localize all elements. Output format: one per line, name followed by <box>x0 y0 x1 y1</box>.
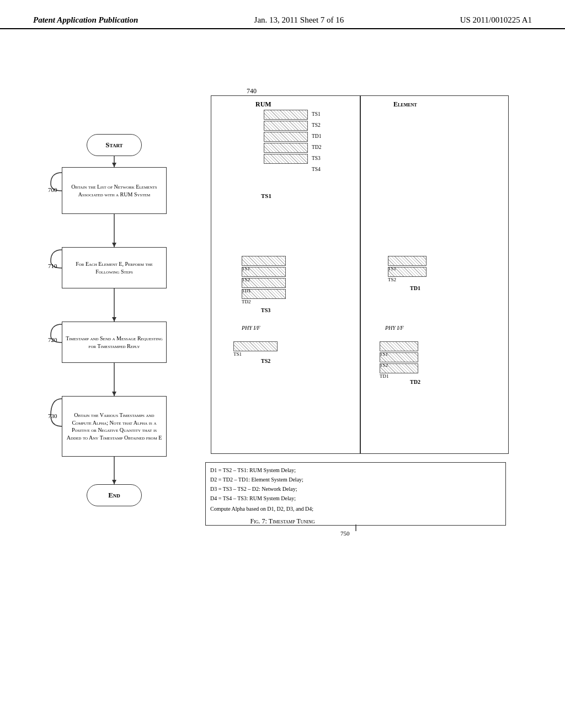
step-720-text: Timestamp and Send a Message Requesting … <box>65 335 163 350</box>
start-oval: Start <box>87 134 142 156</box>
ts2-top-label: TS2 <box>312 122 321 128</box>
eq-d2: D2 = TD2 – TD1: Element System Delay; <box>210 475 501 484</box>
page-header: Patent Application Publication Jan. 13, … <box>0 0 565 29</box>
label-750: 750 <box>340 530 350 537</box>
eq-d4: D4 = TS4 – TS3: RUM System Delay; <box>210 494 501 502</box>
caption-text: Fig. 7: Timestamp Tuning <box>250 517 315 525</box>
equations-box: D1 = TS2 – TS1: RUM System Delay; D2 = T… <box>205 462 506 526</box>
ts2-rum-final-label: TS2 <box>261 358 270 364</box>
step-700-box: Obtain the List of Network Elements Asso… <box>62 167 167 214</box>
ts2-bot-rum-label: TS1 <box>233 351 242 357</box>
hatch-ts2-top <box>264 121 308 131</box>
hatch-ts2-elem <box>388 267 427 277</box>
hatch-td2-mid <box>242 289 286 299</box>
label-710: 710 <box>48 263 57 269</box>
hatch-ts3-top <box>264 154 308 164</box>
step-730-box: Obtain the Various Timestamps and Comput… <box>62 396 167 457</box>
rum-header: RUM <box>255 100 271 109</box>
patent-number-label: US 2011/0010225 A1 <box>460 15 532 25</box>
label-700: 700 <box>48 186 57 193</box>
ts1-top-label: TS1 <box>312 111 321 117</box>
phy-elem-label: PHY I/F <box>385 325 404 331</box>
hatch-td1-elem-bot <box>380 363 418 373</box>
step-710-box: For Each Element E, Perform the Followin… <box>62 247 167 288</box>
phy-rum-label: PHY I/F <box>242 325 260 331</box>
svg-marker-7 <box>112 392 116 396</box>
td2-mid-stack-label: TD2 <box>242 299 251 304</box>
eq-d3: D3 = TS3 – TS2 – D2: Network Delay; <box>210 485 501 493</box>
ts4-label: TS4 <box>312 167 321 172</box>
eq-d1: D1 = TS2 – TS1: RUM System Delay; <box>210 466 501 474</box>
label-730: 730 <box>48 413 57 419</box>
td2-top-label: TD2 <box>312 144 321 150</box>
hatch-td2-top <box>264 143 308 153</box>
label-720: 720 <box>48 336 57 343</box>
step-700-text: Obtain the List of Network Elements Asso… <box>65 183 163 198</box>
element-header: Element <box>393 100 417 109</box>
label-740: 740 <box>247 87 257 95</box>
hatch-ts1-elem-bot <box>380 341 418 351</box>
hatch-ts2-mid <box>242 267 286 277</box>
hatch-ts1-mid <box>242 256 286 266</box>
end-label: End <box>108 491 120 500</box>
hatch-td1-top <box>264 132 308 142</box>
td1-elem-bot-stack-label: TD1 <box>380 373 389 379</box>
step-720-box: Timestamp and Send a Message Requesting … <box>62 322 167 363</box>
ts2-elem-label: TS2 <box>388 277 396 282</box>
rum-element-box: RUM Element TS1 TS2 TD1 TD2 TS3 TS4 <box>211 95 509 454</box>
publication-label: Patent Application Publication <box>33 15 138 25</box>
td1-top-label: TD1 <box>312 133 321 139</box>
ts3-top-label: TS3 <box>312 156 321 161</box>
svg-marker-9 <box>112 480 116 484</box>
svg-marker-1 <box>112 163 116 167</box>
svg-marker-5 <box>112 317 116 322</box>
start-label: Start <box>105 141 122 149</box>
hatch-ts1-elem <box>388 256 427 266</box>
hatch-ts2-bot-rum <box>233 341 278 351</box>
step-710-text: For Each Element E, Perform the Followin… <box>65 260 163 275</box>
main-content: Start End Obtain the List of Network Ele… <box>0 29 565 559</box>
figure-caption: Fig. 7: Timestamp Tuning <box>0 517 565 526</box>
hatch-td1-mid <box>242 278 286 288</box>
ts1-mid-label: TS1 <box>261 192 271 199</box>
hatch-ts2-elem-bot <box>380 352 418 362</box>
svg-marker-3 <box>112 243 116 247</box>
end-oval: End <box>87 484 142 506</box>
date-sheet-label: Jan. 13, 2011 Sheet 7 of 16 <box>254 15 344 25</box>
td2-elem-label: TD2 <box>410 379 420 385</box>
diagram-container: Start End Obtain the List of Network Ele… <box>34 51 531 548</box>
step-730-text: Obtain the Various Timestamps and Comput… <box>65 411 163 441</box>
eq-compute: Compute Alpha based on D1, D2, D3, and D… <box>210 505 501 513</box>
hatch-ts1-top <box>264 110 308 120</box>
ts3-mid-label: TS3 <box>261 307 270 313</box>
td1-elem-label: TD1 <box>410 285 420 291</box>
